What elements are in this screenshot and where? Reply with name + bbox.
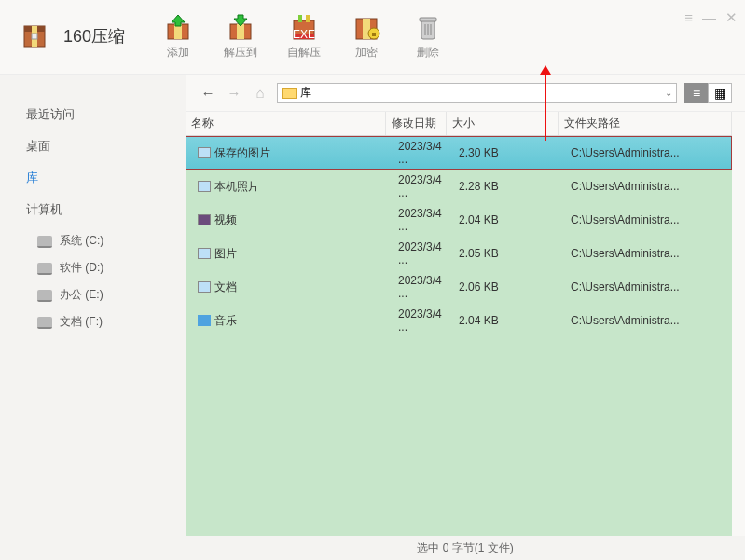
file-size: 2.04 KB (453, 212, 565, 227)
extract-to-label: 解压到 (224, 45, 257, 61)
add-label: 添加 (167, 45, 189, 61)
nav-forward-icon[interactable]: → (225, 85, 243, 101)
table-row[interactable]: 图片2023/3/4 ...2.05 KBC:\Users\Administra… (186, 237, 732, 270)
table-header: 名称 修改日期 大小 文件夹路径 (186, 112, 732, 136)
file-icon (198, 181, 211, 192)
file-name: 本机照片 (214, 180, 259, 193)
svg-rect-20 (420, 18, 436, 21)
file-size: 2.05 KB (453, 246, 565, 261)
top-toolbar: 160压缩 添加 解压到 EXE 自解压 加密 删除 ≡ — ✕ (0, 0, 745, 75)
col-size[interactable]: 大小 (447, 112, 559, 135)
delete-button[interactable]: 删除 (412, 13, 444, 61)
col-folder-path[interactable]: 文件夹路径 (559, 112, 732, 135)
drive-label: 办公 (E:) (60, 287, 103, 303)
nav-up-icon[interactable]: ⌂ (251, 85, 269, 101)
file-size: 2.06 KB (453, 280, 565, 294)
file-path: C:\Users\Administra... (565, 179, 725, 194)
encrypt-label: 加密 (355, 45, 378, 61)
path-text: 库 (300, 85, 311, 101)
svg-text:EXE: EXE (293, 28, 315, 41)
table-row[interactable]: 本机照片2023/3/4 ...2.28 KBC:\Users\Administ… (186, 170, 732, 203)
close-icon[interactable]: ✕ (725, 9, 738, 26)
sidebar-library[interactable]: 库 (26, 170, 178, 186)
drive-icon (37, 236, 52, 246)
folder-icon (282, 88, 297, 99)
file-name: 音乐 (214, 314, 237, 327)
table-row[interactable]: 视频2023/3/4 ...2.04 KBC:\Users\Administra… (186, 203, 732, 237)
svg-rect-13 (298, 15, 302, 22)
file-size: 2.30 KB (453, 145, 565, 160)
extract-to-button[interactable]: 解压到 (224, 13, 257, 61)
status-text: 选中 0 字节(1 文件) (417, 540, 513, 556)
file-name: 保存的图片 (214, 146, 270, 159)
svg-rect-18 (372, 33, 376, 36)
sidebar-desktop[interactable]: 桌面 (26, 138, 178, 155)
chevron-down-icon[interactable]: ⌄ (665, 88, 672, 98)
menu-icon[interactable]: ≡ (684, 9, 693, 26)
file-size: 2.28 KB (453, 179, 565, 194)
file-icon (198, 248, 211, 259)
app-title: 160压缩 (63, 25, 125, 48)
file-path: C:\Users\Administra... (565, 313, 725, 328)
file-size: 2.04 KB (453, 313, 565, 328)
sidebar-computer[interactable]: 计算机 (26, 201, 178, 218)
status-bar: 选中 0 字节(1 文件) (186, 536, 745, 560)
minimize-icon[interactable]: — (702, 9, 716, 26)
sfx-label: 自解压 (287, 45, 321, 61)
sidebar: 最近访问 桌面 库 计算机 系统 (C:) 软件 (D:) 办公 (E:) 文档… (0, 75, 186, 560)
add-button[interactable]: 添加 (162, 13, 194, 61)
drive-icon (37, 317, 52, 327)
sidebar-recent[interactable]: 最近访问 (26, 106, 178, 123)
archive-icon (19, 20, 50, 52)
nav-back-icon[interactable]: ← (199, 85, 217, 101)
file-date: 2023/3/4 ... (393, 273, 453, 301)
file-list: 名称 修改日期 大小 文件夹路径 保存的图片2023/3/4 ...2.30 K… (186, 112, 732, 536)
drive-c[interactable]: 系统 (C:) (37, 233, 178, 249)
file-icon (198, 147, 211, 158)
drive-label: 软件 (D:) (60, 260, 103, 276)
nav-bar: ← → ⌂ 库 ⌄ ≡ ▦ (186, 75, 745, 112)
app-logo: 160压缩 (19, 20, 125, 52)
file-name: 文档 (214, 280, 237, 294)
file-name: 图片 (214, 247, 237, 260)
file-date: 2023/3/4 ... (393, 206, 453, 234)
path-input[interactable]: 库 ⌄ (277, 83, 677, 103)
drive-f[interactable]: 文档 (F:) (37, 314, 178, 330)
file-icon (198, 281, 211, 293)
drive-icon (37, 263, 52, 273)
drive-e[interactable]: 办公 (E:) (37, 287, 178, 303)
svg-rect-3 (32, 34, 37, 39)
encrypt-button[interactable]: 加密 (351, 13, 382, 61)
drive-label: 系统 (C:) (60, 233, 103, 249)
col-name[interactable]: 名称 (186, 112, 386, 135)
drive-d[interactable]: 软件 (D:) (37, 260, 178, 276)
table-row[interactable]: 音乐2023/3/4 ...2.04 KBC:\Users\Administra… (186, 304, 732, 337)
svg-rect-14 (306, 15, 310, 22)
file-path: C:\Users\Administra... (565, 145, 725, 160)
delete-label: 删除 (417, 45, 439, 61)
file-path: C:\Users\Administra... (565, 280, 725, 294)
file-path: C:\Users\Administra... (565, 212, 725, 227)
file-icon (198, 214, 211, 225)
file-path: C:\Users\Administra... (565, 246, 725, 261)
file-date: 2023/3/4 ... (393, 307, 453, 335)
file-date: 2023/3/4 ... (393, 239, 453, 267)
file-date: 2023/3/4 ... (393, 139, 453, 167)
file-name: 视频 (214, 213, 237, 226)
drive-icon (37, 290, 52, 300)
main-panel: ← → ⌂ 库 ⌄ ≡ ▦ 名称 修改日期 大小 文件夹路径 保存的图片2023… (186, 75, 745, 560)
drive-label: 文档 (F:) (60, 314, 103, 330)
file-icon (198, 315, 211, 326)
view-list-button[interactable]: ≡ (684, 83, 709, 103)
sfx-button[interactable]: EXE 自解压 (287, 13, 321, 61)
table-row[interactable]: 保存的图片2023/3/4 ...2.30 KBC:\Users\Adminis… (186, 136, 732, 170)
file-date: 2023/3/4 ... (393, 172, 453, 200)
view-grid-button[interactable]: ▦ (708, 83, 732, 103)
table-row[interactable]: 文档2023/3/4 ...2.06 KBC:\Users\Administra… (186, 270, 732, 304)
col-modified[interactable]: 修改日期 (386, 112, 447, 135)
